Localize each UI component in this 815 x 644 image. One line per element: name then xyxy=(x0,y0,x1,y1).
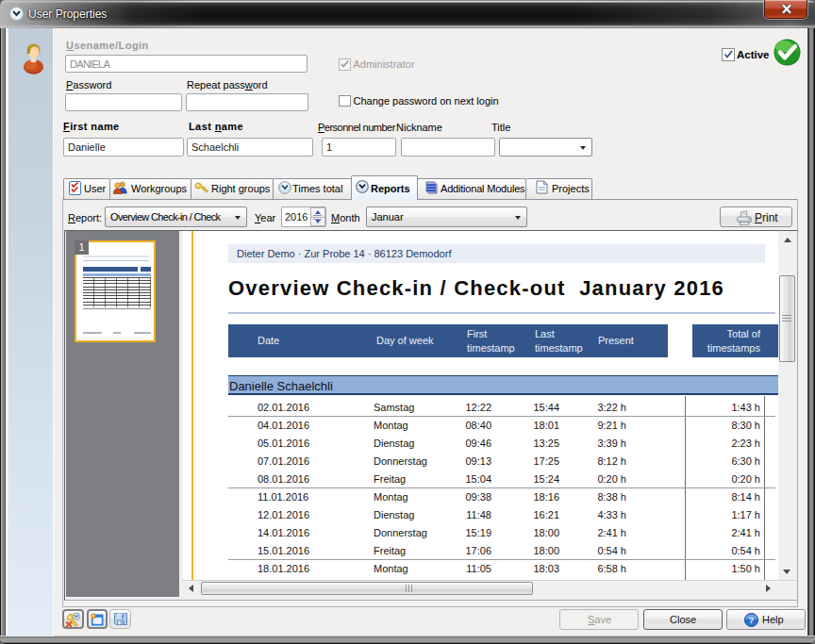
svg-text:?: ? xyxy=(749,615,755,625)
